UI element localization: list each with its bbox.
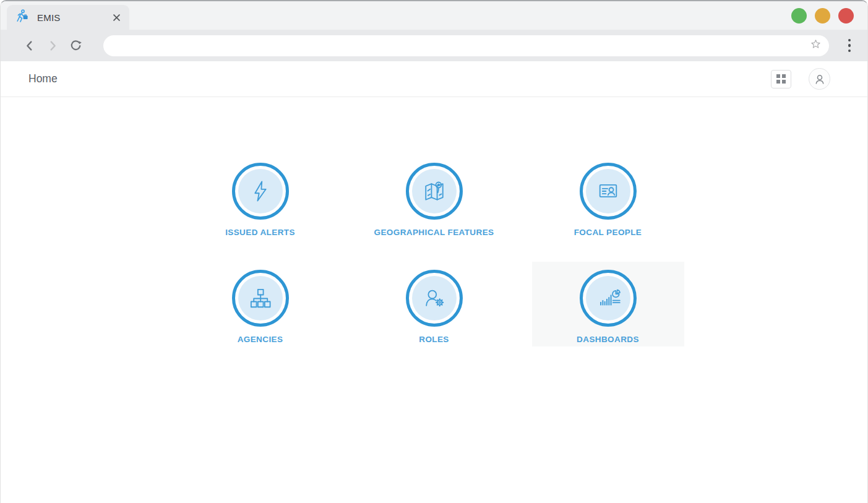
browser-tab-emis[interactable]: EMIS xyxy=(7,5,129,30)
tile-grid: ISSUED ALERTS GEOGRAPHICAL FEATURES xyxy=(184,97,684,346)
forward-icon[interactable] xyxy=(43,37,62,55)
page-title: Home xyxy=(28,72,58,85)
tile-focal-people[interactable]: FOCAL PEOPLE xyxy=(532,155,684,239)
address-bar[interactable] xyxy=(103,35,829,56)
window-button-yellow[interactable] xyxy=(815,8,830,24)
tile-issued-alerts[interactable]: ISSUED ALERTS xyxy=(184,155,337,239)
app-header: Home xyxy=(1,61,867,97)
main-content: ISSUED ALERTS GEOGRAPHICAL FEATURES xyxy=(1,97,867,503)
tile-roles[interactable]: ROLES xyxy=(358,262,510,346)
bookmark-star-icon[interactable] xyxy=(810,38,822,53)
tab-close-icon[interactable] xyxy=(111,12,122,23)
tile-geographical-features[interactable]: GEOGRAPHICAL FEATURES xyxy=(358,155,510,239)
window-button-green[interactable] xyxy=(791,8,807,24)
address-input[interactable] xyxy=(114,41,810,51)
tile-label: DASHBOARDS xyxy=(577,335,639,344)
id-card-icon xyxy=(595,178,622,205)
bar-and-pie-chart-icon xyxy=(595,285,622,312)
lightning-bolt-icon xyxy=(247,178,274,205)
tile-label: ROLES xyxy=(419,335,449,344)
tile-label: AGENCIES xyxy=(238,335,283,344)
browser-window: EMIS xyxy=(0,0,868,503)
window-button-red[interactable] xyxy=(838,8,854,24)
emis-favicon-running-person-icon xyxy=(14,9,29,26)
tile-label: GEOGRAPHICAL FEATURES xyxy=(374,228,494,237)
user-icon xyxy=(813,72,827,86)
browser-toolbar xyxy=(1,30,867,61)
tab-strip: EMIS xyxy=(1,1,867,30)
user-profile-button[interactable] xyxy=(809,68,830,90)
tile-label: ISSUED ALERTS xyxy=(225,228,295,237)
window-controls xyxy=(791,8,854,24)
apps-grid-button[interactable] xyxy=(771,70,791,88)
person-gear-icon xyxy=(421,285,448,312)
back-icon[interactable] xyxy=(20,37,39,55)
tile-label: FOCAL PEOPLE xyxy=(574,228,642,237)
reload-icon[interactable] xyxy=(66,37,85,55)
header-actions xyxy=(771,68,830,90)
map-with-pin-icon xyxy=(421,178,448,205)
tab-title: EMIS xyxy=(37,12,111,23)
apps-grid-icon xyxy=(776,74,786,84)
tile-agencies[interactable]: AGENCIES xyxy=(184,262,337,346)
org-chart-icon xyxy=(247,285,274,312)
tile-dashboards[interactable]: DASHBOARDS xyxy=(532,262,684,346)
browser-menu-kebab-icon[interactable] xyxy=(840,37,859,55)
